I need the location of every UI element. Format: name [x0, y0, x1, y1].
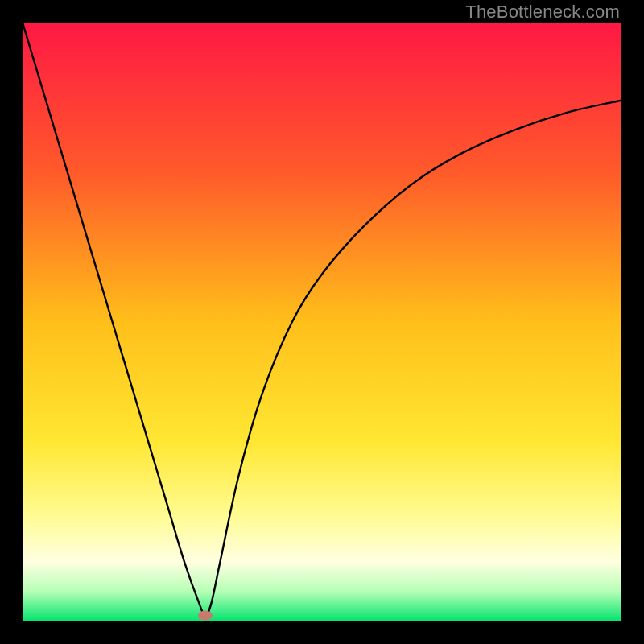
- bottleneck-chart: [23, 23, 621, 621]
- optimal-point-marker: [198, 611, 213, 621]
- watermark-text: TheBottleneck.com: [465, 2, 620, 23]
- chart-frame: [23, 23, 621, 621]
